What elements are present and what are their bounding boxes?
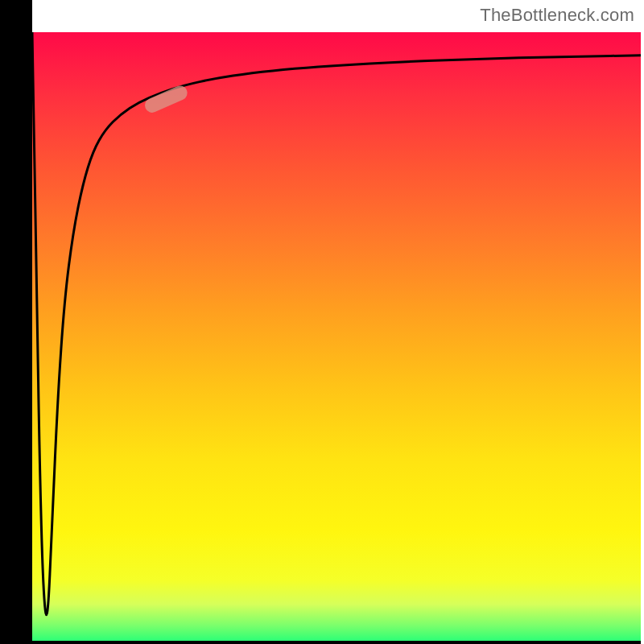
bottleneck-curve xyxy=(32,32,641,615)
plot-area xyxy=(32,32,641,641)
chart-frame: TheBottleneck.com xyxy=(0,0,644,644)
svg-rect-0 xyxy=(142,84,189,115)
highlight-marker xyxy=(142,84,189,115)
curve-svg xyxy=(32,32,641,641)
watermark-text: TheBottleneck.com xyxy=(480,5,634,26)
x-axis xyxy=(0,641,641,644)
y-axis xyxy=(0,0,32,641)
